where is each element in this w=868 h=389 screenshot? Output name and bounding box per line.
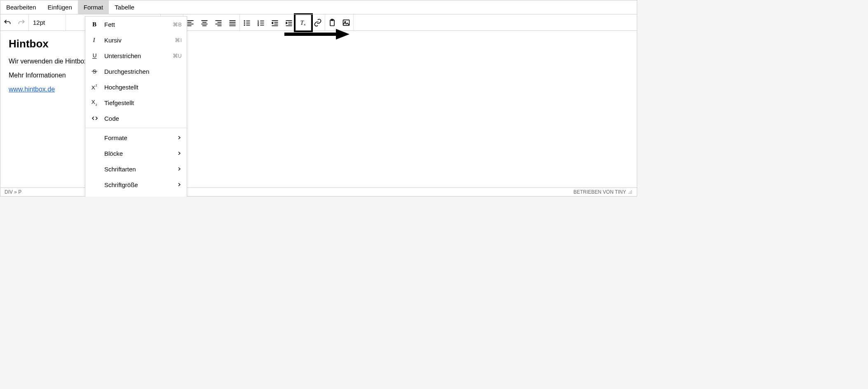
svg-point-61 [629,193,629,194]
format-dropdown: B Fett ⌘B I Kursiv ⌘I U Unterstrichen ⌘U… [85,16,187,197]
paste-button[interactable] [325,16,339,30]
dd-italic[interactable]: I Kursiv ⌘I [85,32,187,48]
svg-text:B: B [92,21,96,28]
svg-point-32 [244,21,245,21]
svg-point-60 [631,192,632,192]
content-link[interactable]: www.hintbox.de [9,86,55,93]
svg-point-36 [244,25,245,26]
branding[interactable]: BETRIEBEN VON TINY [573,189,626,195]
link-button[interactable] [311,16,325,30]
menu-insert[interactable]: Einfügen [42,0,78,14]
menu-edit[interactable]: Bearbeiten [0,0,42,14]
dd-label: Durchgestrichen [104,68,182,75]
align-justify-button[interactable] [225,16,239,30]
strikethrough-icon: S [90,67,99,76]
clear-formatting-button[interactable]: T× [296,16,310,30]
chevron-right-icon [177,181,182,188]
dd-label: Hochgestellt [104,84,182,91]
fontsize-selector[interactable]: 12pt [29,14,66,30]
dd-fonts[interactable]: Schriftarten [85,161,187,177]
svg-point-34 [244,23,245,23]
chevron-right-icon [177,150,182,157]
dd-label: Code [104,115,182,122]
redo-button[interactable] [14,16,28,30]
italic-icon: I [90,35,99,45]
svg-text:X: X [91,99,95,105]
subscript-icon: X2 [90,98,99,107]
dd-label: Formate [104,134,177,141]
svg-text:X: X [91,84,95,91]
menubar: Bearbeiten Einfügen Format Tabelle B Fet… [0,0,637,14]
dd-fontsize[interactable]: Schriftgröße [85,177,187,192]
svg-text:S: S [93,68,96,75]
svg-point-62 [630,193,631,194]
chevron-right-icon [177,134,182,141]
separator [85,128,187,128]
element-path[interactable]: DIV » P [5,189,21,195]
underline-icon: U [90,51,99,60]
svg-text:U: U [93,52,97,59]
editor: Bearbeiten Einfügen Format Tabelle B Fet… [0,0,637,197]
svg-point-58 [631,190,632,191]
svg-point-63 [631,193,632,194]
dd-subscript[interactable]: X2 Tiefgestellt [85,95,187,110]
indent-button[interactable] [282,16,296,30]
dd-label: Schriftgröße [104,181,177,188]
dd-shortcut: ⌘B [173,21,182,28]
dd-label: Kursiv [104,37,175,44]
svg-text:I: I [93,37,96,43]
chevron-right-icon [177,166,182,173]
outdent-button[interactable] [268,16,282,30]
dd-shortcut: ⌘U [173,53,182,59]
menu-format[interactable]: Format [78,0,109,14]
align-center-button[interactable] [197,16,211,30]
numbered-list-button[interactable]: 123 [254,16,268,30]
svg-text:3: 3 [258,23,259,26]
dd-label: Fett [104,21,173,28]
dd-bold[interactable]: B Fett ⌘B [85,16,187,32]
resize-handle-icon[interactable] [628,190,633,194]
dd-label: Tiefgestellt [104,99,182,106]
dd-superscript[interactable]: X2 Hochgestellt [85,79,187,95]
bullet-list-button[interactable] [240,16,254,30]
menu-table[interactable]: Tabelle [109,0,140,14]
dd-code[interactable]: Code [85,110,187,126]
image-button[interactable] [339,16,353,30]
dd-underline[interactable]: U Unterstrichen ⌘U [85,48,187,63]
code-icon [90,114,99,123]
dd-label: Blöcke [104,150,177,157]
dd-strike[interactable]: S Durchgestrichen [85,63,187,79]
svg-text:2: 2 [96,84,97,87]
svg-text:2: 2 [96,103,97,107]
bold-icon: B [90,20,99,29]
svg-text:×: × [304,23,306,27]
superscript-icon: X2 [90,82,99,91]
dd-formats[interactable]: Formate [85,130,187,145]
dd-shortcut: ⌘I [175,37,182,43]
align-right-button[interactable] [211,16,225,30]
undo-button[interactable] [0,16,14,30]
dd-blocks[interactable]: Blöcke [85,145,187,161]
dd-label: Unterstrichen [104,52,173,59]
svg-point-59 [630,192,631,192]
dd-align[interactable]: Ausrichten [85,192,187,197]
dd-label: Schriftarten [104,166,177,173]
